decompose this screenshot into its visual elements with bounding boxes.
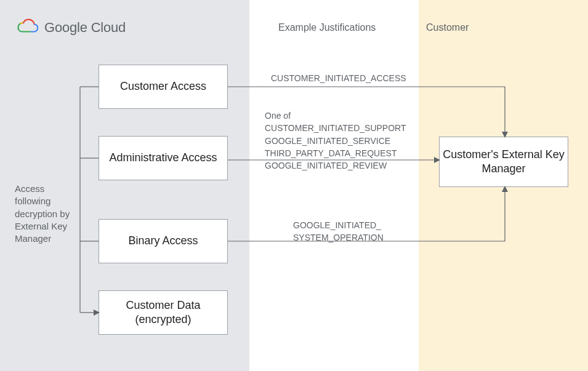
header-customer: Customer (426, 22, 469, 33)
arrow-label-line: One of (265, 110, 406, 122)
cloud-icon (17, 18, 38, 37)
arrow-label-line: GOOGLE_INITIATED_ (293, 219, 404, 231)
box-label: Customer Data (encrypted) (99, 298, 227, 327)
region-justifications (249, 0, 419, 371)
header-justifications: Example Justifications (278, 22, 376, 33)
arrow-label-line: THIRD_PARTY_DATA_REQUEST (265, 147, 406, 159)
arrow-label-binary: GOOGLE_INITIATED_ SYSTEM_OPERATION (293, 219, 404, 244)
box-label: Binary Access (128, 234, 198, 248)
box-external-key-manager: Customer's External Key Manager (439, 137, 568, 187)
arrow-label-line: CUSTOMER_INITIATED_SUPPORT (265, 122, 406, 134)
arrow-label-admin-list: One of CUSTOMER_INITIATED_SUPPORT GOOGLE… (265, 110, 406, 172)
google-cloud-logo: Google Cloud (17, 18, 126, 37)
arrow-label-customer-initiated: CUSTOMER_INITIATED_ACCESS (271, 72, 406, 84)
arrow-label-line: SYSTEM_OPERATION (293, 231, 404, 244)
logo-text: Google Cloud (44, 20, 126, 36)
box-customer-access: Customer Access (99, 65, 228, 109)
box-label: Administrative Access (109, 151, 217, 165)
box-binary-access: Binary Access (99, 219, 228, 263)
side-label-access-following: Access following decryption by External … (15, 183, 76, 245)
box-administrative-access: Administrative Access (99, 136, 228, 180)
box-customer-data: Customer Data (encrypted) (99, 290, 228, 335)
box-label: Customer's External Key Manager (440, 148, 568, 177)
box-label: Customer Access (120, 79, 206, 94)
arrow-label-line: GOOGLE_INITIATED_REVIEW (265, 159, 406, 172)
arrow-label-line: GOOGLE_INITIATED_SERVICE (265, 135, 406, 147)
